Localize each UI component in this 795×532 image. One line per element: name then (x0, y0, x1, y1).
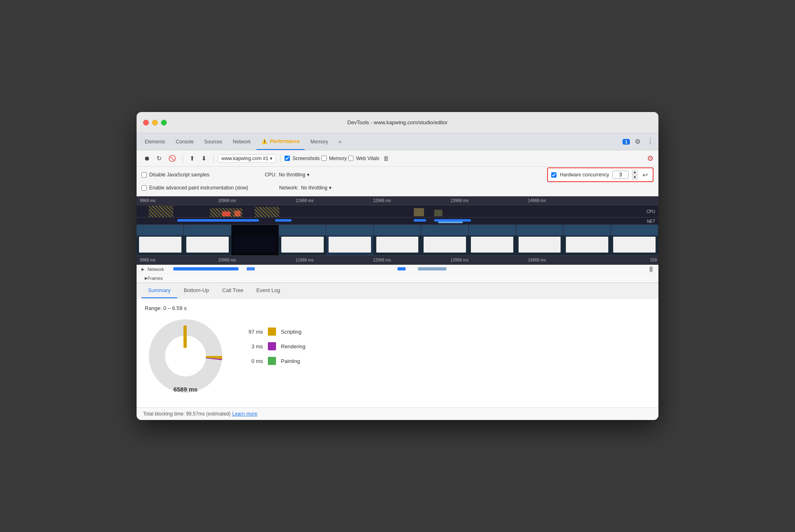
maximize-button[interactable] (161, 120, 167, 125)
more-options-button[interactable]: ⋮ (645, 136, 655, 147)
web-vitals-checkbox-group[interactable]: Web Vitals (348, 156, 379, 161)
advanced-paint-checkbox-group[interactable]: Enable advanced paint instrumentation (s… (141, 185, 248, 191)
net-activity-track: NET (137, 218, 658, 225)
cpu-bar-3 (255, 207, 279, 217)
hw-concurrency-input[interactable]: 3 (612, 171, 629, 179)
tab-memory-label: Memory (310, 139, 328, 145)
tab-more[interactable]: » (334, 133, 347, 150)
screenshot-10 (563, 225, 611, 255)
tab-sources-label: Sources (204, 139, 222, 145)
devtools-window: DevTools - www.kapwing.com/studio/editor… (137, 112, 658, 420)
disable-js-checkbox[interactable] (141, 172, 147, 178)
screenshots-checkbox[interactable] (285, 156, 290, 161)
hw-increment-button[interactable]: ▲ (632, 170, 638, 175)
tab-memory[interactable]: Memory (305, 133, 333, 150)
tab-network[interactable]: Network (228, 133, 256, 150)
performance-settings-icon: ⚙ (647, 154, 654, 163)
screenshot-9 (516, 225, 563, 255)
advanced-paint-checkbox[interactable] (141, 185, 147, 191)
network-track-bar-3 (398, 267, 406, 270)
summary-legend: 97 ms Scripting 3 ms Rendering 0 ms Pain… (243, 319, 305, 365)
screenshot-4 (279, 225, 326, 255)
tab-event-log[interactable]: Event Log (250, 283, 287, 298)
tracks-area: ▶ Network ▶ Frames (137, 265, 658, 283)
target-selector[interactable]: www.kapwing.com #1 ▾ (218, 154, 276, 163)
hw-concurrency-spinner: ▲ ▼ (632, 170, 638, 180)
cpu-bar-red-2 (234, 211, 241, 216)
web-vitals-checkbox[interactable] (348, 156, 353, 161)
cpu-track-label: CPU (647, 209, 655, 213)
rendering-name: Rendering (281, 343, 305, 350)
summary-content: 6589 ms 97 ms Scripting 3 ms Rendering 0… (145, 319, 650, 401)
web-vitals-label: Web Vitals (356, 156, 379, 161)
screenshot-1 (137, 225, 184, 255)
pie-chart: 6589 ms (145, 319, 226, 401)
net-bar-3 (414, 219, 426, 222)
scripting-name: Scripting (281, 329, 302, 335)
frames-expand-arrow[interactable]: ▶ (145, 276, 148, 280)
time-marker-5: 14968 ms (528, 198, 546, 203)
tab-sources[interactable]: Sources (199, 133, 227, 150)
network-expand-arrow[interactable]: ▶ (141, 267, 144, 271)
options-row-2: Enable advanced paint instrumentation (s… (141, 182, 654, 193)
pie-scripting-bar (183, 325, 187, 348)
network-track-label: Network (148, 267, 164, 272)
warning-icon: ⚠️ (261, 138, 267, 144)
upload-button[interactable]: ⬆ (187, 153, 197, 164)
clear-button[interactable]: 🚫 (166, 153, 179, 164)
close-button[interactable] (143, 120, 149, 125)
timeline-bottom-labels: 9968 ms 10968 ms 11968 ms 12968 ms 13968… (137, 256, 658, 265)
tab-call-tree[interactable]: Call Tree (216, 283, 250, 298)
tab-call-tree-label: Call Tree (222, 287, 243, 293)
timeline-top-time-row: 9968 ms 10968 ms 11968 ms 12968 ms 13968… (137, 196, 658, 205)
hw-concurrency-checkbox[interactable] (551, 172, 556, 178)
network-throttle-selector[interactable]: No throttling ▾ (301, 185, 331, 191)
cpu-throttle-arrow: ▾ (307, 172, 309, 178)
cpu-throttle-selector[interactable]: No throttling ▾ (279, 172, 309, 178)
disable-js-checkbox-group[interactable]: Disable JavaScript samples (141, 172, 209, 178)
screenshot-6 (374, 225, 421, 255)
download-button[interactable]: ⬇ (199, 153, 209, 164)
scripting-value: 97 ms (243, 329, 263, 335)
time-marker-2: 11968 ms (296, 198, 314, 203)
tab-console[interactable]: Console (171, 133, 199, 150)
network-throttle-value: No throttling (301, 185, 327, 191)
network-track-bar-4 (418, 267, 446, 270)
hw-decrement-button[interactable]: ▼ (632, 175, 638, 180)
tab-elements[interactable]: Elements (140, 133, 170, 150)
hardware-concurrency-box: Hardware concurrency 3 ▲ ▼ ↩ (547, 167, 654, 182)
gear-icon: ⚙ (635, 138, 640, 145)
hw-reset-button[interactable]: ↩ (641, 171, 649, 179)
tab-performance[interactable]: ⚠️ Performance (256, 133, 305, 150)
legend-scripting: 97 ms Scripting (243, 328, 305, 336)
scrollbar-thumb (649, 266, 653, 272)
record-button[interactable]: ⏺ (141, 153, 152, 163)
bottom-time-marker-2: 11968 ms (296, 258, 314, 262)
bottom-time-marker-4: 13968 ms (450, 258, 468, 262)
learn-more-link[interactable]: Learn more (232, 411, 257, 417)
net-track-label: NET (647, 219, 655, 223)
tab-event-log-label: Event Log (256, 287, 280, 293)
memory-label: Memory (329, 156, 347, 161)
tab-bottom-up-label: Bottom-Up (184, 287, 209, 293)
legend-rendering: 3 ms Rendering (243, 342, 305, 350)
screenshots-label: Screenshots (292, 156, 320, 161)
options-bar: Disable JavaScript samples CPU: No throt… (137, 167, 658, 196)
reset-icon: ↩ (643, 171, 648, 178)
reload-record-button[interactable]: ↻ (154, 153, 164, 164)
timeline-container: 9968 ms 10968 ms 11968 ms 12968 ms 13968… (137, 196, 658, 265)
minimize-button[interactable] (152, 120, 158, 125)
memory-checkbox[interactable] (321, 156, 327, 161)
screenshot-11 (611, 225, 658, 255)
advanced-paint-label: Enable advanced paint instrumentation (s… (149, 185, 248, 191)
screenshots-checkbox-group[interactable]: Screenshots (285, 156, 320, 161)
tab-summary[interactable]: Summary (141, 283, 177, 298)
settings-button[interactable]: ⚙ (633, 136, 642, 147)
ellipsis-icon: ⋮ (647, 138, 654, 145)
delete-recording-button[interactable]: 🗑 (381, 153, 392, 163)
memory-checkbox-group[interactable]: Memory (321, 156, 347, 161)
bottom-time-marker-0: 9968 ms (140, 258, 155, 262)
tab-bottom-up[interactable]: Bottom-Up (177, 283, 216, 298)
network-track-bar-1 (173, 267, 238, 270)
time-marker-0: 9968 ms (140, 198, 155, 203)
